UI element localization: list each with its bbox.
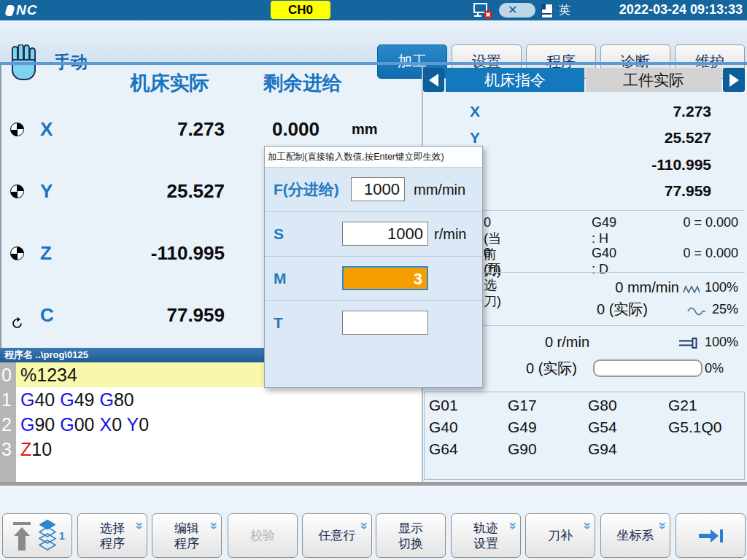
line-number: 0 [0,362,16,387]
top-status-bar: NC CH0 ✕ 英 2022-03-24 09:13:33 [0,0,747,20]
softkey-2[interactable]: 选择程序» [77,513,147,558]
dialog-title: 加工配制(直接输入数值,按Enter键立即生效) [265,147,482,168]
softkey-1[interactable]: 1 [2,513,72,558]
softkey-label: 程序 [174,536,199,551]
spindle-override-percent: 0% [705,359,724,378]
line-number: 2 [0,412,16,437]
gcode-G17: G17 [508,396,584,415]
dialog-input-T[interactable] [342,311,428,335]
axis-label: X [40,111,53,147]
program-line[interactable]: 1G40 G49 G80 [0,387,422,412]
tool-offset-value: 0 = 0.000 [653,214,738,230]
arrow-right-icon [729,74,739,87]
cnc-screen: NC CH0 ✕ 英 2022-03-24 09:13:33 [0,0,747,560]
softkey-label: 选择 [100,521,125,536]
axis-machine-value: 77.959 [66,297,225,333]
dialog-row: S1000r/min [265,212,482,257]
rotary-icon [10,308,24,345]
modal-gcode-panel: G01G17G80G21G40G49G54G5.1Q0G64G90G94 [424,392,745,480]
axis-row-X: X7.2730.000mm [0,111,422,147]
coord-axis-value: 25.527 [503,128,711,148]
dialog-row: M3 [265,257,482,301]
hnc-logo: NC [6,2,37,18]
program-line[interactable]: 3Z10 [0,437,422,462]
dialog-input-S[interactable]: 1000 [342,222,428,246]
gcode-G54: G54 [588,418,664,437]
line-number: 3 [0,437,16,462]
gcode-G94: G94 [588,440,664,459]
coord-tab-1[interactable]: 机床指令 [446,68,584,92]
dialog-input-F[interactable]: 1000 [351,177,405,201]
axis-label: Z [40,235,52,271]
softkey-label: 刀补 [548,528,573,543]
spindle-override-icon [678,336,700,355]
coord-axis-label: Y [467,128,483,148]
softkey-label: 切换 [398,536,423,551]
gcode-G21: G21 [668,396,744,415]
feed-override-percent: 25% [699,300,738,319]
axis-machine-value: 7.273 [66,111,225,147]
softkey-label: 程序 [100,536,125,551]
chevron-down-icon: » [210,522,220,530]
program-code: Z10 [16,437,422,462]
axis-remaining-value: 0.000 [241,111,320,147]
coord-axis-value: 77.959 [503,181,711,201]
dialog-unit: r/min [434,212,466,256]
coord-tab-next-button[interactable] [723,68,745,92]
mode-bar: 手动 加工设置程序诊断维护 [0,20,747,62]
gcode-G5.1Q0: G5.1Q0 [668,418,744,437]
coord-axis-value: -110.995 [503,155,711,175]
chevron-down-icon: » [136,522,146,530]
gcode-G90: G90 [508,440,584,459]
axis-machine-value: -110.995 [66,235,225,271]
softkey-label: 轨迹 [473,521,498,536]
gcode-G49: G49 [508,418,584,437]
tool-offset-value: 0 = 0.000 [653,245,738,261]
softkey-label: 设置 [473,536,498,551]
softkey-label: 任意行 [319,528,356,543]
arrow-left-icon [429,74,438,87]
softkey-6[interactable]: 显示切换 [376,513,446,558]
dialog-rows: F(分进给)1000mm/minS1000r/minM3T [265,168,482,345]
softkey-4[interactable]: 校验 [228,513,298,558]
dialog-input-M[interactable]: 3 [342,266,428,290]
softkey-label: 坐标系 [617,528,654,543]
gcode-G40: G40 [429,418,505,437]
softkey-5[interactable]: 任意行» [302,513,372,558]
unit-label: mm [352,111,378,147]
tool-gcode: G49 : H [592,214,616,246]
chevron-down-icon: » [360,522,371,530]
softkey-label: 显示 [398,521,423,536]
feed-override-percent: 100% [699,278,738,297]
spindle-override-percent: 100% [699,332,738,351]
program-line[interactable]: 2G90 G00 X0 Y0 [0,412,422,437]
next-page-icon [695,526,726,545]
disconnect-status-icon: ✕ [499,3,535,18]
return-layers-icon: 1 [7,518,68,554]
feed-value: 0 mm/min [503,278,679,297]
position-icon [10,122,24,136]
spindle-value: 0 r/min [503,332,589,351]
axis-label: C [40,297,54,333]
coord-axis-label: X [467,101,483,122]
svg-text:1: 1 [59,530,65,542]
channel-badge[interactable]: CH0 [271,1,330,19]
dialog-field-label: S [274,212,284,256]
coord-tab-prev-button[interactable] [423,68,444,92]
gcode-G64: G64 [429,440,505,459]
language-indicator[interactable]: 英 [559,3,570,18]
softkey-10[interactable] [676,513,746,558]
dialog-field-label: F(分进给) [274,168,339,211]
softkey-label: 编辑 [174,521,199,536]
feed-value: 0 (实际) [503,300,648,319]
softkey-9[interactable]: 坐标系» [600,513,670,558]
col-header-remaining-feed: 剩余进给 [248,70,357,96]
coord-tab-2[interactable]: 工件实际 [586,68,721,92]
softkey-3[interactable]: 编辑程序» [152,513,222,558]
coord-axis-value: 7.273 [503,101,711,122]
softkey-8[interactable]: 刀补» [525,513,595,558]
axis-label: Y [40,173,53,209]
program-code: G90 G00 X0 Y0 [16,412,422,437]
softkey-7[interactable]: 轨迹设置» [451,513,521,558]
dialog-field-label: T [274,301,283,345]
